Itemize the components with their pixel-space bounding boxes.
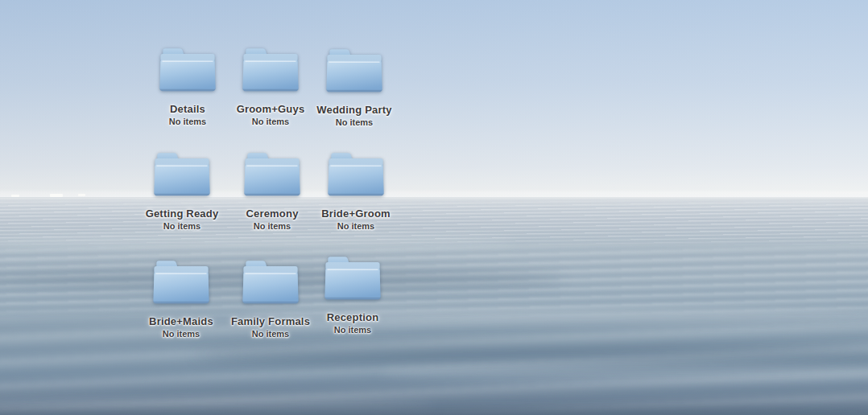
sky-gradient	[0, 0, 868, 198]
folder-item-count: No items	[254, 221, 291, 232]
folder-label: Ceremony	[246, 208, 298, 220]
folder-item-count: No items	[334, 325, 371, 335]
folder-item-count: No items	[336, 117, 373, 128]
folder-label: Reception	[327, 311, 379, 323]
folder-label: Details	[170, 103, 205, 115]
folder-item-getting-ready[interactable]: Getting Ready No items	[138, 151, 226, 232]
blue-folder-icon[interactable]	[242, 151, 303, 198]
distant-ship-icon	[11, 195, 19, 197]
folder-item-count: No items	[252, 329, 289, 339]
folder-label: Bride+Maids	[149, 315, 213, 327]
sea-wallpaper	[0, 0, 868, 415]
folder-item-ceremony[interactable]: Ceremony No items	[228, 151, 316, 232]
folder-item-count: No items	[163, 221, 200, 232]
blue-folder-icon[interactable]	[240, 259, 301, 306]
folder-item-family-formals[interactable]: Family Formals No items	[226, 259, 315, 339]
folder-label: Wedding Party	[316, 104, 391, 116]
blue-folder-icon[interactable]	[151, 151, 213, 198]
horizon-haze	[0, 189, 868, 197]
folder-label: Getting Ready	[146, 208, 219, 220]
blue-folder-icon[interactable]	[322, 255, 383, 302]
blue-folder-icon[interactable]	[240, 47, 301, 93]
folder-item-wedding-party[interactable]: Wedding Party No items	[310, 47, 399, 128]
blue-folder-icon[interactable]	[325, 151, 386, 198]
folder-label: Bride+Groom	[321, 208, 391, 220]
blue-folder-icon[interactable]	[151, 259, 212, 306]
folder-label: Groom+Guys	[237, 103, 305, 115]
folder-item-groom-guys[interactable]: Groom+Guys No items	[226, 47, 315, 127]
folder-item-reception[interactable]: Reception No items	[308, 255, 397, 335]
folder-label: Family Formals	[231, 315, 310, 327]
folder-item-count: No items	[337, 221, 374, 232]
folder-item-count: No items	[169, 117, 206, 127]
folder-item-count: No items	[163, 329, 200, 339]
distant-ship-icon	[50, 194, 63, 197]
folder-item-bride-maids[interactable]: Bride+Maids No items	[137, 259, 225, 339]
folder-item-count: No items	[252, 117, 289, 127]
blue-folder-icon[interactable]	[157, 47, 218, 93]
folder-item-details[interactable]: Details No items	[143, 47, 232, 127]
distant-ship-icon	[78, 194, 85, 196]
blue-folder-icon[interactable]	[324, 47, 385, 94]
folder-item-bride-groom[interactable]: Bride+Groom No items	[312, 151, 400, 232]
